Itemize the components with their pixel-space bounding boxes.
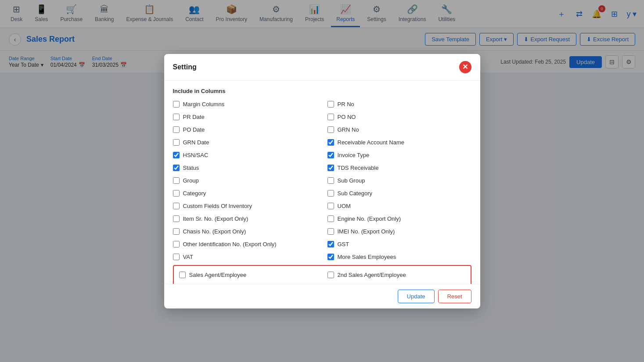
dialog-header: Setting ✕	[164, 54, 480, 81]
checkbox-custom-fields: Custom Fields Of Inventory	[173, 201, 317, 211]
setting-dialog: Setting ✕ Include in Columns Margin Colu…	[164, 54, 480, 249]
checkbox-pr-no: PR No	[327, 100, 471, 109]
uom-input[interactable]	[327, 203, 334, 209]
chasis-no-label[interactable]: Chasis No. (Export Only)	[183, 228, 246, 235]
grn-no-label[interactable]: GRN No	[338, 126, 359, 133]
invoice-type-input[interactable]	[327, 152, 334, 158]
checkbox-imei-no: IMEI No. (Export Only)	[327, 227, 471, 236]
checkbox-uom: UOM	[327, 201, 471, 211]
margin-columns-label[interactable]: Margin Columns	[183, 101, 225, 108]
group-label[interactable]: Group	[183, 177, 199, 184]
receivable-account-label[interactable]: Receivable Account Name	[338, 139, 404, 146]
checkbox-chasis-no: Chasis No. (Export Only)	[173, 227, 317, 236]
tds-receivable-input[interactable]	[327, 165, 334, 171]
uom-label[interactable]: UOM	[338, 203, 351, 209]
category-label[interactable]: Category	[183, 190, 206, 197]
category-input[interactable]	[173, 190, 180, 197]
invoice-type-label[interactable]: Invoice Type	[338, 152, 370, 158]
sub-category-input[interactable]	[327, 190, 334, 197]
pr-date-input[interactable]	[173, 114, 180, 120]
sub-group-label[interactable]: Sub Group	[338, 177, 365, 184]
checkbox-gst: GST	[327, 240, 471, 249]
checkboxes-grid: Margin Columns PR No PR Date PO NO PO Da…	[173, 100, 471, 249]
margin-columns-input[interactable]	[173, 101, 180, 108]
checkbox-grn-date: GRN Date	[173, 138, 317, 147]
imei-no-input[interactable]	[327, 228, 334, 235]
checkbox-group: Group	[173, 176, 317, 185]
grn-no-input[interactable]	[327, 126, 334, 133]
sub-group-input[interactable]	[327, 177, 334, 184]
po-no-label[interactable]: PO NO	[338, 114, 356, 120]
dialog-title: Setting	[173, 63, 197, 71]
checkbox-hsn-sac: HSN/SAC	[173, 151, 317, 160]
checkbox-receivable-account: Receivable Account Name	[327, 138, 471, 147]
group-input[interactable]	[173, 177, 180, 184]
status-label[interactable]: Status	[183, 165, 199, 171]
section-title: Include in Columns	[173, 88, 471, 94]
hsn-sac-label[interactable]: HSN/SAC	[183, 152, 209, 158]
checkbox-invoice-type: Invoice Type	[327, 151, 471, 160]
po-no-input[interactable]	[327, 114, 334, 120]
engine-no-input[interactable]	[327, 215, 334, 222]
gst-input[interactable]	[327, 241, 334, 247]
checkbox-other-id-no: Other Identification No. (Export Only)	[173, 240, 317, 249]
other-id-no-input[interactable]	[173, 241, 180, 247]
grn-date-label[interactable]: GRN Date	[183, 139, 209, 146]
sub-category-label[interactable]: Sub Category	[338, 190, 373, 197]
chasis-no-input[interactable]	[173, 228, 180, 235]
checkbox-margin-columns: Margin Columns	[173, 100, 317, 109]
checkbox-tds-receivable: TDS Receivable	[327, 163, 471, 172]
checkbox-pr-date: PR Date	[173, 112, 317, 122]
grn-date-input[interactable]	[173, 139, 180, 146]
tds-receivable-label[interactable]: TDS Receivable	[338, 165, 379, 171]
pr-no-input[interactable]	[327, 101, 334, 108]
pr-date-label[interactable]: PR Date	[183, 114, 205, 120]
checkbox-po-date: PO Date	[173, 125, 317, 134]
checkbox-engine-no: Engine No. (Export Only)	[327, 214, 471, 223]
receivable-account-input[interactable]	[327, 139, 334, 146]
hsn-sac-input[interactable]	[173, 152, 180, 158]
status-input[interactable]	[173, 165, 180, 171]
checkbox-sub-group: Sub Group	[327, 176, 471, 185]
item-sr-no-input[interactable]	[173, 215, 180, 222]
custom-fields-label[interactable]: Custom Fields Of Inventory	[183, 203, 252, 209]
checkbox-item-sr-no: Item Sr. No. (Export Only)	[173, 214, 317, 223]
imei-no-label[interactable]: IMEI No. (Export Only)	[338, 228, 395, 235]
checkbox-grn-no: GRN No	[327, 125, 471, 134]
item-sr-no-label[interactable]: Item Sr. No. (Export Only)	[183, 215, 248, 222]
other-id-no-label[interactable]: Other Identification No. (Export Only)	[183, 241, 277, 247]
dialog-body: Include in Columns Margin Columns PR No …	[164, 81, 480, 249]
engine-no-label[interactable]: Engine No. (Export Only)	[338, 215, 401, 222]
custom-fields-input[interactable]	[173, 203, 180, 209]
checkbox-category: Category	[173, 189, 317, 198]
po-date-label[interactable]: PO Date	[183, 126, 205, 133]
checkbox-po-no: PO NO	[327, 112, 471, 122]
gst-label[interactable]: GST	[338, 241, 349, 247]
checkbox-status: Status	[173, 163, 317, 172]
pr-no-label[interactable]: PR No	[338, 101, 354, 108]
po-date-input[interactable]	[173, 126, 180, 133]
close-dialog-button[interactable]: ✕	[459, 61, 471, 73]
checkbox-sub-category: Sub Category	[327, 189, 471, 198]
